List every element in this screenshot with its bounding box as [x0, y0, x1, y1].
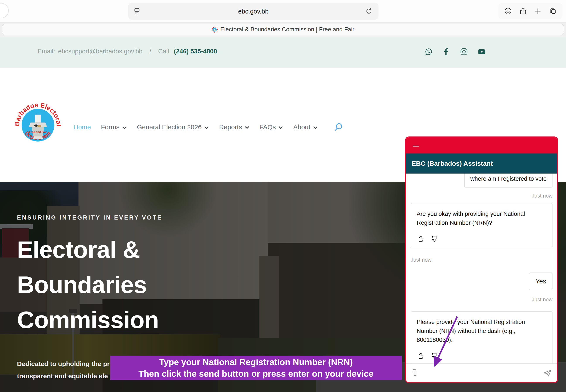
page-title: Electoral & Boundaries Commission	[17, 232, 162, 337]
chat-header	[406, 137, 557, 154]
whatsapp-icon[interactable]	[425, 48, 433, 56]
chat-messages[interactable]: where am I registered to vote Just now A…	[406, 174, 557, 364]
chevron-down-icon	[122, 126, 127, 129]
email-address[interactable]: ebcsupport@barbados.gov.bb	[58, 48, 143, 55]
thumbs-down-icon[interactable]	[431, 235, 439, 243]
phone-number[interactable]: (246) 535-4800	[174, 48, 217, 55]
search-icon[interactable]	[334, 123, 343, 132]
chat-widget: EBC (Barbados) Assistant where am I regi…	[405, 137, 558, 383]
main-navigation: Home Forms General Election 2026 Reports…	[73, 119, 343, 135]
chat-user-message: where am I registered to vote	[464, 174, 552, 187]
message-timestamp: Just now	[411, 296, 552, 303]
chevron-down-icon	[204, 126, 209, 129]
browser-toolbar: ebc.gov.bb	[0, 0, 566, 22]
tab-favicon	[212, 27, 218, 33]
facebook-icon[interactable]	[442, 48, 450, 56]
toolbar-actions	[498, 3, 563, 19]
address-bar[interactable]: ebc.gov.bb	[128, 3, 378, 20]
chevron-down-icon	[313, 126, 318, 129]
annotation-line-1: Type your National Registration Number (…	[110, 356, 402, 368]
chat-message-input[interactable]	[422, 366, 539, 379]
annotation-line-2: Then click the send button or press ente…	[110, 368, 402, 379]
annotation-banner: Type your National Registration Number (…	[110, 356, 402, 380]
ebc-logo[interactable]: Barbados Electoral Department Free and F…	[15, 102, 61, 148]
message-timestamp: Just now	[411, 193, 552, 199]
feedback-row	[417, 352, 547, 360]
feedback-row	[417, 235, 547, 243]
refresh-icon[interactable]	[365, 7, 373, 15]
social-links	[425, 48, 485, 56]
thumbs-down-icon[interactable]	[431, 352, 439, 360]
youtube-icon[interactable]	[478, 48, 485, 56]
email-label: Email:	[38, 48, 55, 55]
attachment-icon[interactable]	[411, 369, 418, 378]
downloads-icon[interactable]	[504, 7, 512, 15]
thumbs-up-icon[interactable]	[417, 352, 425, 360]
contact-divider: /	[149, 48, 151, 55]
contact-info: Email: ebcsupport@barbados.gov.bb / Call…	[38, 48, 217, 55]
tab-title: Electoral & Boundaries Commission | Free…	[221, 26, 355, 33]
chat-user-message: Yes	[529, 273, 552, 290]
tab-overview-icon[interactable]	[549, 7, 557, 15]
chat-title: EBC (Barbados) Assistant	[412, 160, 493, 167]
send-icon[interactable]	[543, 368, 552, 378]
nav-item-general-election-2026[interactable]: General Election 2026	[137, 123, 209, 131]
chat-input-row	[406, 364, 557, 382]
sidebar-button[interactable]	[0, 3, 9, 18]
thumbs-up-icon[interactable]	[417, 235, 425, 243]
logo-tagline: Free and Fair	[29, 130, 47, 134]
chat-bot-message: Are you okay with providing your Nationa…	[411, 203, 552, 248]
site-topbar: Email: ebcsupport@barbados.gov.bb / Call…	[0, 37, 566, 68]
message-timestamp: Just now	[411, 257, 552, 263]
chevron-down-icon	[278, 126, 283, 129]
nav-item-forms[interactable]: Forms	[101, 123, 127, 131]
browser-tab[interactable]: Electoral & Boundaries Commission | Free…	[2, 24, 564, 35]
new-tab-icon[interactable]	[534, 7, 542, 15]
hero-content: ENSURING INTEGRITY IN EVERY VOTE Elector…	[17, 214, 162, 337]
nav-item-about[interactable]: About	[293, 123, 318, 131]
hero-paragraph: Dedicated to upholding the pr transparen…	[17, 358, 110, 382]
chat-bot-message: Please provide your National Registratio…	[411, 311, 552, 364]
share-icon[interactable]	[519, 7, 527, 15]
instagram-icon[interactable]	[460, 48, 468, 56]
hero-eyebrow: ENSURING INTEGRITY IN EVERY VOTE	[17, 214, 162, 221]
nav-item-faqs[interactable]: FAQs	[260, 123, 283, 131]
nav-item-home[interactable]: Home	[73, 123, 91, 131]
nav-item-reports[interactable]: Reports	[219, 123, 249, 131]
minimize-icon[interactable]	[413, 146, 419, 147]
tab-strip: Electoral & Boundaries Commission | Free…	[0, 22, 566, 37]
chevron-down-icon	[245, 126, 249, 129]
chat-titlebar: EBC (Barbados) Assistant	[406, 154, 557, 174]
url-text[interactable]: ebc.gov.bb	[128, 8, 378, 15]
call-label: Call:	[158, 48, 171, 55]
browser-window: ebc.gov.bb	[0, 0, 566, 392]
